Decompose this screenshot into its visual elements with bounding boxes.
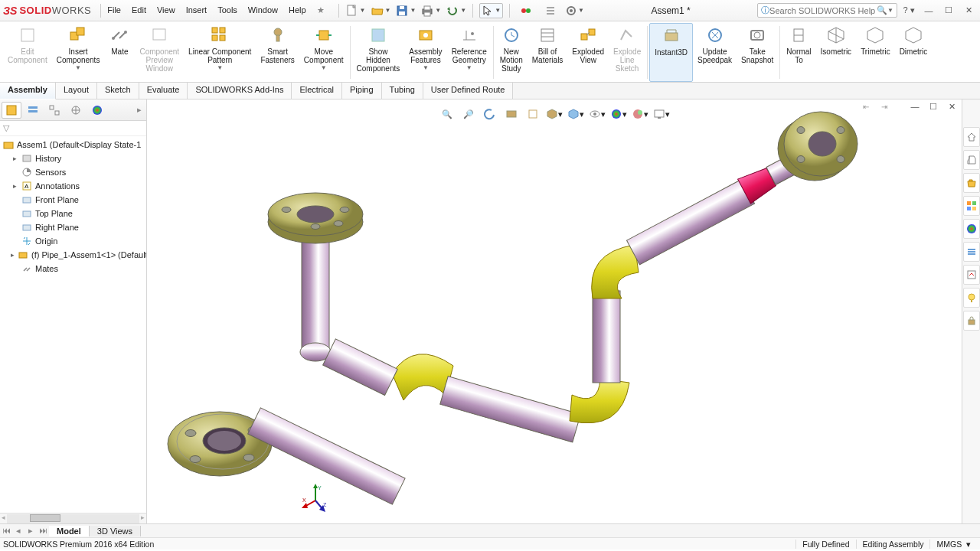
- tab-first-icon[interactable]: ⏮: [0, 526, 12, 536]
- cm-tab-electrical[interactable]: Electrical: [292, 83, 342, 99]
- home-icon[interactable]: [963, 127, 980, 147]
- cm-tab-assembly[interactable]: Assembly: [0, 83, 56, 99]
- save-button[interactable]: ▼: [395, 4, 416, 18]
- appearances-icon[interactable]: [963, 219, 980, 239]
- tab-last-icon[interactable]: ⏭: [37, 526, 49, 536]
- menu-edit[interactable]: Edit: [127, 2, 151, 18]
- display-tab[interactable]: [87, 102, 107, 119]
- library-icon[interactable]: [963, 173, 980, 193]
- ribbon-trimetric[interactable]: Trimetric: [856, 23, 895, 82]
- graphics-viewport[interactable]: ⇤ ⇥ — ☐ ✕ 🔍 🔎 ▾ ▾ ▾ ▾ ▾ ▾: [147, 99, 962, 523]
- menu-pin-icon[interactable]: ★: [312, 2, 329, 18]
- ribbon-move-component[interactable]: MoveComponent▼: [299, 23, 348, 82]
- menu-window[interactable]: Window: [243, 2, 283, 18]
- forum-icon[interactable]: [963, 265, 980, 285]
- print-button[interactable]: ▼: [420, 4, 441, 18]
- svg-point-84: [190, 456, 201, 463]
- cm-tab-evaluate[interactable]: Evaluate: [139, 83, 188, 99]
- feature-tree-tab[interactable]: [2, 102, 21, 119]
- search-caret-icon[interactable]: ▼: [887, 7, 893, 14]
- dimxpert-tab[interactable]: [66, 102, 86, 119]
- menu-help[interactable]: Help: [284, 2, 311, 18]
- options-list-icon[interactable]: [541, 2, 560, 19]
- cm-tab-user-defined-route[interactable]: User Defined Route: [423, 83, 514, 99]
- help-search-input[interactable]: [769, 6, 877, 15]
- svg-point-104: [837, 127, 844, 134]
- panel-scrollbar[interactable]: ◂▸: [0, 513, 146, 523]
- tab-prev-icon[interactable]: ◂: [12, 526, 24, 536]
- filter-icon[interactable]: ▽: [3, 123, 9, 133]
- ribbon-instant3d[interactable]: Instant3D: [649, 23, 693, 82]
- tree-item[interactable]: Origin: [0, 234, 146, 248]
- tree-item[interactable]: ▸History: [0, 152, 146, 165]
- menu-view[interactable]: View: [152, 2, 180, 18]
- svg-point-92: [340, 207, 349, 213]
- ribbon-assembly-features[interactable]: AssemblyFeatures▼: [404, 23, 446, 82]
- view-palette-icon[interactable]: [963, 196, 980, 216]
- ribbon-new-motion-study[interactable]: NewMotionStudy: [495, 23, 528, 82]
- rebuild-button[interactable]: [516, 2, 536, 19]
- ribbon-show-hidden-components[interactable]: ShowHiddenComponents: [352, 23, 405, 82]
- status-units[interactable]: MMGS ▾: [929, 540, 977, 549]
- ribbon-reference-geometry[interactable]: ReferenceGeometry▼: [447, 23, 492, 82]
- tree-item[interactable]: Right Plane: [0, 220, 146, 234]
- configuration-tab[interactable]: [44, 102, 64, 119]
- ribbon-linear-component-pattern[interactable]: Linear ComponentPattern▼: [184, 23, 256, 82]
- tree-item[interactable]: Sensors: [0, 165, 146, 179]
- ribbon-bill-of-materials[interactable]: Bill ofMaterials: [528, 23, 568, 82]
- close-button[interactable]: ✕: [960, 4, 977, 18]
- tab-next-icon[interactable]: ▸: [24, 526, 37, 536]
- tree-item[interactable]: Front Plane: [0, 193, 146, 207]
- select-button[interactable]: ▼: [479, 3, 503, 18]
- lock-icon[interactable]: [963, 311, 980, 331]
- menu-insert[interactable]: Insert: [181, 2, 212, 18]
- tree-item[interactable]: Mates: [0, 262, 146, 276]
- help-search[interactable]: ⓘ 🔍 ▼: [757, 3, 897, 18]
- open-button[interactable]: ▼: [371, 4, 391, 18]
- cm-tab-piping[interactable]: Piping: [342, 83, 382, 99]
- ribbon-update-speedpak[interactable]: UpdateSpeedpak: [693, 23, 737, 82]
- tree-item[interactable]: ▸AAnnotations: [0, 179, 146, 193]
- assembly-icon: [3, 139, 14, 150]
- svg-point-90: [297, 206, 334, 223]
- tab-3d-views[interactable]: 3D Views: [90, 526, 141, 536]
- property-manager-tab[interactable]: [23, 102, 43, 119]
- new-button[interactable]: ▼: [345, 4, 366, 18]
- svg-rect-20: [212, 28, 217, 33]
- status-bar: SOLIDWORKS Premium 2016 x64 Edition Full…: [0, 537, 980, 549]
- ribbon-smart-fasteners[interactable]: SmartFasteners: [256, 23, 299, 82]
- svg-rect-16: [77, 28, 84, 35]
- bottom-tabs: ⏮ ◂ ▸ ⏭ Model 3D Views: [0, 523, 980, 537]
- tree-item[interactable]: ▸(f) Pipe_1-Assem1<1> (Default: [0, 248, 146, 262]
- tree-item[interactable]: Top Plane: [0, 207, 146, 220]
- search-icon[interactable]: 🔍: [877, 5, 887, 15]
- minimize-button[interactable]: —: [920, 4, 937, 18]
- separator: [338, 4, 339, 18]
- cm-tab-sketch[interactable]: Sketch: [97, 83, 139, 99]
- ribbon-dimetric[interactable]: Dimetric: [895, 23, 933, 82]
- svg-point-93: [311, 224, 320, 230]
- ribbon-insert-components[interactable]: InsertComponents▼: [52, 23, 105, 82]
- menu-tools[interactable]: Tools: [213, 2, 242, 18]
- ribbon-exploded-view[interactable]: ExplodedView: [567, 23, 609, 82]
- tab-model[interactable]: Model: [49, 526, 90, 536]
- help-dropdown[interactable]: ? ▾: [900, 4, 917, 18]
- resources-icon[interactable]: [963, 150, 980, 170]
- maximize-button[interactable]: ☐: [940, 4, 957, 18]
- menu-file[interactable]: File: [103, 2, 126, 18]
- orientation-triad[interactable]: Y X Z: [300, 484, 331, 514]
- tip-icon[interactable]: [963, 288, 980, 308]
- cm-tab-solidworks-add-ins[interactable]: SOLIDWORKS Add-Ins: [188, 83, 292, 99]
- ribbon-mate[interactable]: Mate: [104, 23, 135, 82]
- panel-expand-icon[interactable]: ▸: [134, 105, 145, 115]
- svg-rect-126: [971, 300, 972, 302]
- undo-button[interactable]: ▼: [446, 4, 466, 18]
- cm-tab-layout[interactable]: Layout: [56, 83, 97, 99]
- settings-button[interactable]: ▼: [565, 5, 584, 17]
- ribbon-normal-to[interactable]: NormalTo: [782, 23, 815, 82]
- custom-props-icon[interactable]: [963, 242, 980, 262]
- cm-tab-tubing[interactable]: Tubing: [382, 83, 423, 99]
- ribbon-isometric[interactable]: Isometric: [816, 23, 857, 82]
- tree-root[interactable]: Assem1 (Default<Display State-1: [0, 138, 146, 152]
- ribbon-take-snapshot[interactable]: TakeSnapshot: [737, 23, 778, 82]
